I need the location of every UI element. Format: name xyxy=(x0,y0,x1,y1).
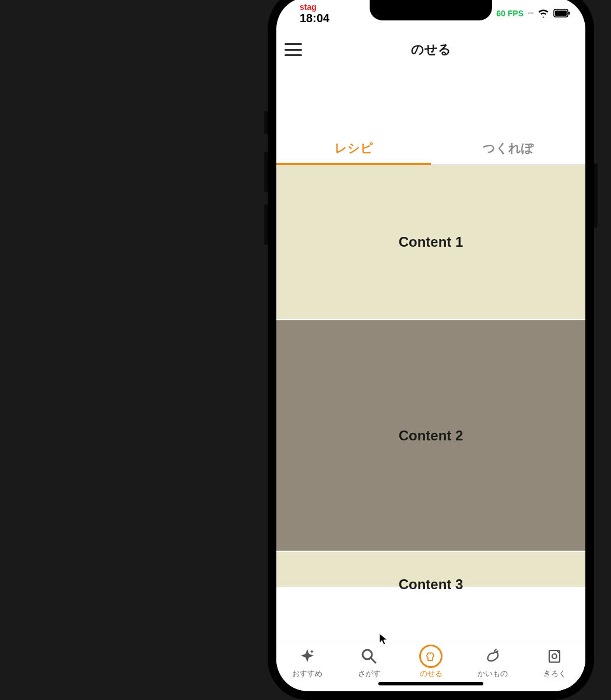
status-cellular-dots-icon: •••• xyxy=(528,10,533,16)
tab-recipe[interactable]: レシピ xyxy=(276,131,431,164)
bottom-nav-sagasu-label: さがす xyxy=(358,668,381,679)
tab-tsukurepo[interactable]: つくれぽ xyxy=(431,131,585,164)
status-right: 60 FPS •••• xyxy=(496,9,571,18)
svg-rect-1 xyxy=(555,10,567,16)
svg-line-4 xyxy=(371,658,375,663)
bottom-nav-kiroku[interactable]: きろく xyxy=(524,646,585,679)
device-power-button xyxy=(594,163,598,228)
bottom-nav-kaimono-label: かいもの xyxy=(477,668,508,679)
search-icon xyxy=(360,646,378,667)
bottom-nav-kiroku-label: きろく xyxy=(543,668,566,679)
page-title: のせる xyxy=(411,41,451,58)
spacer xyxy=(276,70,585,131)
battery-icon xyxy=(553,9,571,18)
screen: stag 18:04 60 FPS •••• のせる xyxy=(276,0,585,691)
wifi-icon xyxy=(538,9,549,18)
device-frame: stag 18:04 60 FPS •••• のせる xyxy=(268,0,594,700)
bottom-nav-osusume-label: おすすめ xyxy=(292,668,322,679)
content-scroll[interactable]: Content 1 Content 2 Content 3 xyxy=(276,165,585,642)
bottom-nav-noseru-label: のせる xyxy=(420,668,443,679)
menu-icon[interactable] xyxy=(285,43,302,56)
content-row-1[interactable]: Content 1 xyxy=(276,165,585,320)
home-indicator[interactable] xyxy=(378,682,483,685)
content-row-2[interactable]: Content 2 xyxy=(276,320,585,552)
bottom-nav-noseru[interactable]: のせる xyxy=(400,646,462,679)
status-time: 18:04 xyxy=(300,12,329,24)
sparkle-icon xyxy=(299,646,315,667)
notch xyxy=(370,0,492,20)
navbar: のせる xyxy=(276,29,585,70)
status-left: stag 18:04 xyxy=(300,3,329,24)
chef-hat-icon xyxy=(419,646,443,667)
svg-point-6 xyxy=(552,654,557,659)
content-row-3-label: Content 3 xyxy=(399,576,463,593)
svg-rect-2 xyxy=(568,12,570,15)
vegetable-icon xyxy=(484,646,501,667)
status-fps-label: 60 FPS xyxy=(496,9,524,18)
bottom-nav-kaimono[interactable]: かいもの xyxy=(462,646,524,679)
bottom-nav-sagasu[interactable]: さがす xyxy=(338,646,400,679)
tab-tsukurepo-label: つくれぽ xyxy=(483,140,534,156)
bottom-nav: おすすめ さがす のせる かいもの xyxy=(276,642,585,691)
content-row-2-label: Content 2 xyxy=(399,428,463,444)
tabs: レシピ つくれぽ xyxy=(276,131,585,165)
tab-recipe-label: レシピ xyxy=(335,140,373,156)
camera-note-icon xyxy=(546,646,563,667)
content-row-3[interactable]: Content 3 xyxy=(276,552,585,587)
status-stag-label: stag xyxy=(300,3,329,11)
bottom-nav-osusume[interactable]: おすすめ xyxy=(276,646,338,679)
mouse-cursor-icon xyxy=(379,633,388,646)
content-row-1-label: Content 1 xyxy=(399,234,463,250)
